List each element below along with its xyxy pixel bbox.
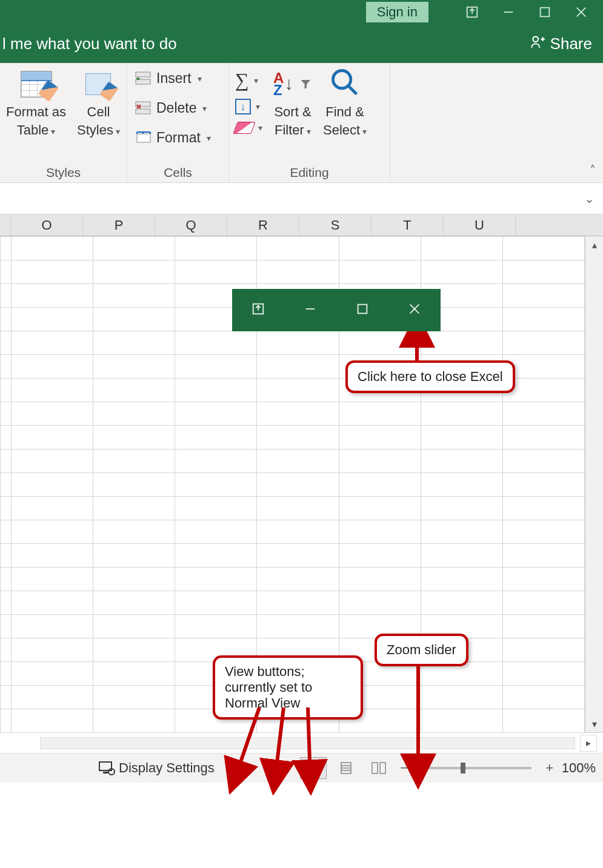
format-cells-icon (135, 130, 153, 146)
close-icon[interactable] (563, 0, 599, 24)
col-header[interactable]: S (299, 214, 371, 236)
monitor-icon (98, 761, 115, 775)
annotation-arrow-zoom (411, 663, 429, 780)
svg-line-36 (275, 707, 284, 778)
chevron-down-icon: ▾ (51, 127, 55, 136)
chevron-down-icon: ▾ (207, 133, 211, 143)
sort-filter-label1: Sort & (274, 104, 311, 120)
page-break-view-button[interactable] (365, 757, 392, 779)
insert-cells-icon (135, 71, 153, 87)
svg-line-14 (349, 87, 357, 94)
close-icon (408, 302, 421, 318)
formula-bar[interactable]: ⌄ (0, 183, 603, 214)
collapse-ribbon-icon[interactable]: ˄ (590, 163, 596, 177)
annotation-callout-close: Click here to close Excel (345, 360, 515, 393)
minimize-icon[interactable] (490, 0, 527, 24)
zoom-level[interactable]: 100% (562, 760, 596, 776)
cell-styles-button[interactable]: Cell Styles▾ (77, 67, 120, 138)
maximize-icon (356, 302, 369, 318)
svg-rect-16 (103, 772, 108, 774)
format-button[interactable]: Format ▾ (133, 126, 212, 150)
format-as-table-button[interactable]: Format as Table▾ (6, 67, 66, 138)
delete-cells-icon (135, 101, 153, 116)
chevron-down-icon: ▾ (258, 123, 262, 133)
page-layout-icon (338, 761, 355, 775)
scroll-up-icon[interactable]: ▴ (585, 236, 603, 253)
delete-button[interactable]: Delete ▾ (133, 96, 212, 120)
share-label: Share (550, 35, 592, 53)
cell-styles-label2: Styles (77, 122, 113, 137)
eraser-icon (233, 122, 255, 134)
tell-me-input[interactable]: l me what you want to do (2, 35, 177, 53)
tellme-bar: l me what you want to do Share (0, 24, 603, 63)
expand-formula-bar-icon[interactable]: ⌄ (584, 191, 595, 206)
sign-in-button[interactable]: Sign in (366, 2, 428, 22)
group-label-styles: Styles (6, 163, 121, 180)
svg-rect-28 (380, 763, 385, 774)
display-settings-icon[interactable]: Display Settings (98, 760, 215, 776)
col-header[interactable]: T (371, 214, 444, 236)
zoom-in-button[interactable]: + (544, 760, 556, 776)
autosum-button[interactable]: ∑▾ (235, 69, 262, 91)
maximize-icon[interactable] (527, 0, 563, 24)
cell-styles-icon (85, 73, 111, 95)
format-as-table-label2: Table (17, 122, 49, 137)
ribbon-group-editing: ∑▾ ↓▾ ▾ AZ↓ Sort & Filter▾ Find & Select… (229, 63, 390, 182)
sort-filter-label2: Filter (275, 122, 304, 137)
page-break-icon (370, 761, 387, 775)
column-headers: O P Q R S T U (0, 214, 603, 236)
sort-az-icon: AZ↓ (273, 71, 298, 98)
page-layout-view-button[interactable] (333, 757, 359, 779)
display-settings-label: Display Settings (119, 760, 215, 776)
fill-button[interactable]: ↓▾ (235, 99, 262, 114)
ribbon-display-options-icon (252, 302, 265, 318)
cell-styles-label1: Cell (87, 104, 110, 120)
annotation-arrow-view2 (272, 704, 290, 785)
insert-label: Insert (156, 70, 192, 87)
titlebar: Sign in (0, 0, 603, 24)
svg-point-13 (333, 71, 351, 88)
find-select-label1: Find & (325, 104, 364, 120)
clear-button[interactable]: ▾ (235, 122, 262, 134)
ribbon-display-options-icon[interactable] (454, 0, 490, 24)
svg-line-37 (308, 707, 310, 778)
zoom-out-button[interactable]: − (398, 760, 410, 776)
chevron-down-icon: ▾ (307, 127, 311, 136)
group-label-cells: Cells (133, 163, 222, 180)
delete-label: Delete (156, 100, 196, 116)
insert-button[interactable]: Insert ▾ (133, 67, 212, 90)
annotation-arrow-view1 (230, 704, 267, 785)
sort-filter-button[interactable]: AZ↓ Sort & Filter▾ (273, 67, 312, 138)
svg-rect-11 (136, 109, 150, 114)
minimize-icon (304, 302, 317, 318)
col-header-edge (0, 214, 11, 236)
svg-rect-27 (372, 763, 378, 774)
chevron-down-icon: ▾ (198, 74, 202, 84)
svg-rect-8 (136, 72, 150, 77)
svg-line-35 (235, 707, 259, 778)
table-icon (21, 71, 52, 98)
col-header[interactable]: P (83, 214, 155, 236)
find-select-label2: Select (323, 122, 360, 137)
chevron-down-icon: ▾ (254, 76, 258, 85)
scroll-right-icon[interactable]: ▸ (580, 735, 597, 752)
annotation-titlebar-clone (232, 289, 441, 331)
svg-rect-2 (541, 8, 550, 17)
zoom-slider-thumb[interactable] (461, 763, 465, 774)
find-select-button[interactable]: Find & Select▾ (323, 67, 367, 138)
chevron-down-icon: ▾ (116, 127, 120, 136)
col-header[interactable]: R (227, 214, 299, 236)
magnifier-icon (329, 67, 361, 102)
ribbon-group-cells: Insert ▾ Delete ▾ Format ▾ (127, 63, 229, 182)
col-header[interactable]: O (11, 214, 83, 236)
ribbon-group-styles: Format as Table▾ Cell Styles▾ Styles (0, 63, 127, 182)
col-header[interactable]: Q (155, 214, 227, 236)
svg-point-5 (533, 36, 538, 42)
col-header[interactable]: U (444, 214, 516, 236)
zoom-slider[interactable] (422, 767, 531, 769)
share-button[interactable]: Share (530, 34, 592, 54)
vertical-scrollbar[interactable]: ▴ ▾ (585, 236, 603, 732)
format-as-table-label1: Format as (6, 104, 66, 120)
scroll-down-icon[interactable]: ▾ (585, 715, 603, 732)
chevron-down-icon: ▾ (256, 102, 260, 111)
